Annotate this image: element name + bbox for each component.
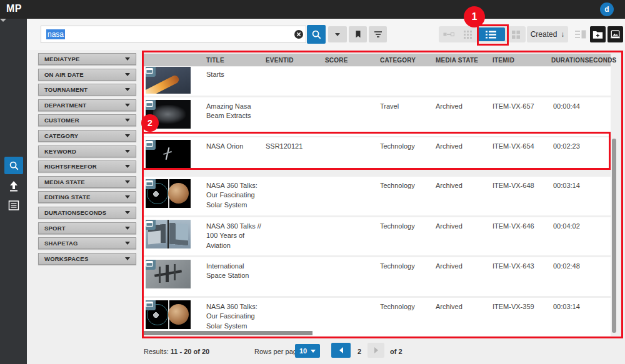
saved-searches-button[interactable]	[349, 26, 367, 42]
filter-shapetag[interactable]: SHAPETAG	[38, 237, 136, 249]
search-options-button[interactable]	[328, 26, 347, 42]
table-row[interactable]: Amazing Nasa Beam Extracts Travel Archiv…	[144, 97, 611, 136]
video-badge-icon	[146, 100, 156, 110]
current-page: 2	[358, 348, 361, 355]
thumbnail-divider	[168, 179, 169, 208]
thumbnail[interactable]	[146, 67, 191, 94]
bookmark-icon	[354, 30, 362, 39]
list-view-button[interactable]	[477, 27, 505, 41]
nav-upload-button[interactable]	[6, 179, 21, 193]
filter-sport[interactable]: SPORT	[38, 222, 136, 234]
thumbnail[interactable]	[146, 260, 191, 288]
list-view-icon	[486, 31, 496, 39]
sort-created-button[interactable]: Created ↓	[527, 26, 568, 42]
view-mode-group	[439, 26, 526, 42]
cell-category: Travel	[380, 102, 433, 111]
cell-media-state: Archived	[436, 181, 489, 190]
cell-media-state: Archived	[436, 102, 489, 111]
video-badge-icon	[146, 67, 156, 77]
cell-duration: 00:02:48	[553, 262, 609, 271]
filter-on-air-date[interactable]: ON AIR DATE	[38, 69, 136, 81]
table-row[interactable]: NASA 360 Talks // 100 Years of Aviation …	[144, 217, 611, 255]
table-header: TITLE EVENTID SCORE CATEGORY MEDIA STATE…	[144, 54, 611, 66]
video-badge-icon	[146, 179, 156, 189]
nav-search-button[interactable]	[4, 157, 23, 174]
cell-itemid: ITEM-VX-646	[492, 222, 550, 231]
folder-plus-icon	[592, 30, 603, 39]
chevron-down-icon	[125, 150, 130, 153]
filter-media-state[interactable]: MEDIA STATE	[38, 176, 136, 188]
new-folder-button[interactable]	[590, 26, 606, 42]
filter-durationseconds[interactable]: DURATIONSECONDS	[38, 207, 136, 219]
table-row[interactable]: International Space Station Technology A…	[144, 257, 611, 296]
filter-workspaces[interactable]: WORKSPACES	[38, 253, 136, 265]
search-button[interactable]	[307, 25, 326, 44]
chevron-down-icon	[125, 257, 130, 260]
sort-label: Created	[531, 30, 558, 39]
column-eventid: EVENTID	[266, 57, 294, 64]
filter-keyword[interactable]: KEYWORD	[38, 145, 136, 157]
chevron-down-icon	[125, 134, 130, 137]
cell-title: NASA Orion	[206, 142, 264, 151]
next-page-button[interactable]	[368, 343, 384, 358]
chevron-down-icon	[125, 104, 130, 107]
thumbnail[interactable]	[146, 220, 191, 248]
cell-media-state: Archived	[436, 142, 489, 151]
clear-search-icon[interactable]	[294, 29, 304, 39]
cell-media-state: Archived	[436, 262, 489, 271]
cell-category: Technology	[380, 222, 433, 231]
search-input[interactable]: nasa	[41, 26, 306, 43]
column-title: TITLE	[206, 57, 224, 64]
thumbnail[interactable]	[146, 140, 191, 169]
results-value: 11 - 20 of 20	[171, 348, 209, 355]
cell-title: NASA 360 Talks // 100 Years of Aviation	[206, 222, 264, 250]
filter-category[interactable]: CATEGORY	[38, 130, 136, 142]
thumbnail[interactable]	[146, 179, 191, 208]
detail-panel-button[interactable]	[572, 26, 588, 42]
collections-button[interactable]	[608, 26, 623, 42]
filter-tournament[interactable]: TOURNAMENT	[38, 84, 136, 96]
thumbnail-divider	[168, 300, 169, 329]
arrow-right-icon	[374, 347, 378, 353]
cell-title: NASA 360 Talks: Our Fascinating Solar Sy…	[206, 181, 264, 210]
rows-per-page-select[interactable]: 10	[295, 344, 320, 358]
filter-department[interactable]: DEPARTMENT	[38, 99, 136, 111]
app-logo: MP	[6, 3, 22, 14]
arrow-left-icon	[339, 347, 343, 353]
filter-mediatype[interactable]: MEDIATYPE	[38, 53, 136, 65]
user-avatar[interactable]: d	[600, 2, 614, 16]
search-query-text: nasa	[46, 29, 65, 39]
chevron-down-icon	[125, 73, 130, 76]
filter-editing-state[interactable]: EDITING STATE	[38, 191, 136, 203]
grid-view-large-button[interactable]	[506, 26, 526, 42]
vertical-scrollbar[interactable]	[612, 139, 616, 333]
sort-descending-arrow-icon: ↓	[561, 30, 564, 39]
previous-page-button[interactable]	[331, 343, 351, 358]
horizontal-scrollbar[interactable]	[144, 331, 312, 335]
thumbnail[interactable]	[146, 100, 191, 129]
chevron-down-icon	[125, 211, 130, 214]
cell-title: NASA 360 Talks: Our Fascinating Solar Sy…	[206, 302, 264, 331]
column-itemid: ITEMID	[492, 57, 514, 64]
cell-itemid: ITEM-VX-359	[492, 302, 550, 312]
table-row-highlighted[interactable]: NASA Orion SSR120121 Technology Archived…	[144, 137, 611, 170]
nav-log-button[interactable]	[6, 198, 21, 212]
table-row[interactable]: Starts	[144, 67, 611, 96]
filter-button[interactable]	[369, 26, 387, 42]
nav-expand-caret-icon[interactable]	[0, 19, 6, 22]
cell-title: Starts	[206, 70, 264, 79]
page-total: of 2	[390, 348, 402, 355]
table-row[interactable]: NASA 360 Talks: Our Fascinating Solar Sy…	[144, 298, 611, 336]
cell-duration: 00:03:14	[553, 302, 609, 312]
compare-view-button[interactable]	[439, 26, 459, 42]
thumbnail[interactable]	[146, 300, 191, 329]
filter-rightsfreefor[interactable]: RIGHTSFREEFOR	[38, 160, 136, 172]
upload-icon	[8, 180, 20, 192]
chevron-down-icon	[125, 180, 130, 184]
filter-customer[interactable]: CUSTOMER	[38, 114, 136, 126]
column-durationseconds: DURATIONSECONDS	[551, 57, 616, 64]
grid-view-small-button[interactable]	[459, 26, 476, 42]
search-icon	[8, 160, 19, 171]
video-badge-icon	[146, 300, 156, 310]
table-row[interactable]: NASA 360 Talks: Our Fascinating Solar Sy…	[144, 177, 611, 215]
